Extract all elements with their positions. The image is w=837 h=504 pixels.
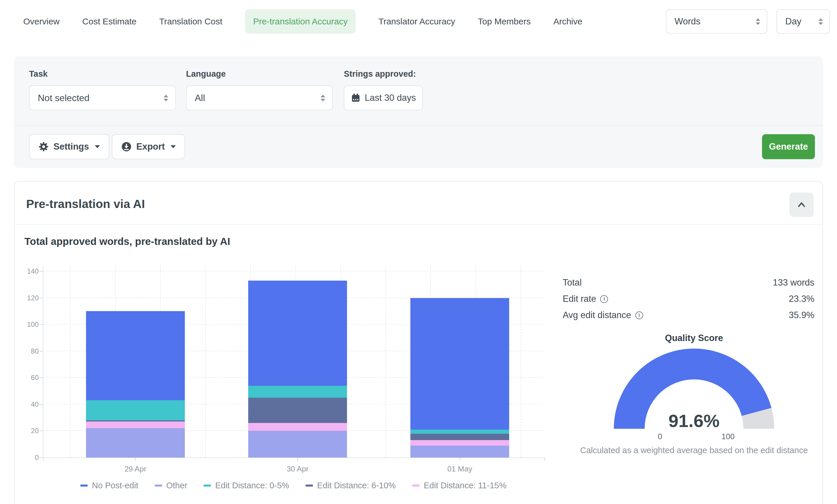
bar-segment-no-post-edit[interactable] bbox=[86, 311, 185, 400]
bar-segment-edit-distance-11-15[interactable] bbox=[410, 440, 509, 445]
task-label: Task bbox=[29, 69, 48, 79]
tab-archive[interactable]: Archive bbox=[553, 17, 583, 26]
bar-segment-edit-distance-11-15[interactable] bbox=[248, 423, 347, 431]
download-icon bbox=[121, 142, 132, 152]
settings-button-label: Settings bbox=[53, 142, 89, 152]
info-icon[interactable]: i bbox=[600, 295, 608, 303]
bar-segment-other[interactable] bbox=[248, 431, 347, 457]
quality-gauge: 91.6% 0 100 bbox=[614, 348, 774, 429]
unit-select[interactable]: Words bbox=[666, 9, 767, 34]
report-tabs-bar: OverviewCost EstimateTranslation CostPre… bbox=[0, 0, 837, 43]
export-button[interactable]: Export bbox=[112, 134, 185, 159]
legend-item-edit-distance-0-5[interactable]: Edit Distance: 0-5% bbox=[203, 481, 289, 490]
v-gridline bbox=[520, 266, 521, 457]
legend-label: Edit Distance: 11-15% bbox=[424, 481, 506, 490]
bar-segment-edit-distance-6-10[interactable] bbox=[248, 398, 347, 423]
bar-segment-no-post-edit[interactable] bbox=[410, 298, 509, 430]
bar-segment-edit-distance-0-5[interactable] bbox=[86, 400, 185, 420]
gauge-title: Quality Score bbox=[578, 333, 810, 343]
language-label: Language bbox=[186, 69, 226, 79]
gauge-caption: Calculated as a weighted average based o… bbox=[578, 446, 810, 455]
bar-segment-edit-distance-0-5[interactable] bbox=[248, 386, 347, 398]
bar-segment-other[interactable] bbox=[410, 446, 509, 457]
tab-translation-cost[interactable]: Translation Cost bbox=[159, 17, 222, 26]
panel-divider bbox=[14, 125, 823, 126]
strings-approved-label: Strings approved: bbox=[344, 69, 416, 79]
generate-button[interactable]: Generate bbox=[762, 134, 815, 159]
info-icon[interactable]: i bbox=[635, 311, 643, 319]
y-axis-label: 20 bbox=[24, 427, 39, 435]
gauge-max-label: 100 bbox=[721, 432, 734, 441]
y-axis-label: 40 bbox=[24, 400, 39, 409]
filters-panel: Task Language Strings approved: Not sele… bbox=[14, 56, 823, 168]
select-stepper-icon bbox=[818, 18, 823, 25]
stat-label: Avg edit distancei bbox=[563, 310, 643, 320]
x-axis-label: 30 Apr bbox=[287, 465, 308, 473]
tab-pre-translation-accuracy[interactable]: Pre-translation Accuracy bbox=[245, 9, 356, 34]
legend-item-no-post-edit[interactable]: No Post-edit bbox=[80, 481, 138, 490]
x-tick-mark bbox=[135, 457, 136, 461]
stat-row: Edit ratei23.3% bbox=[563, 294, 814, 304]
legend-item-edit-distance-11-15[interactable]: Edit Distance: 11-15% bbox=[412, 481, 506, 490]
tab-cost-estimate[interactable]: Cost Estimate bbox=[82, 17, 137, 26]
legend-label: No Post-edit bbox=[92, 481, 138, 490]
bar-segment-edit-distance-11-15[interactable] bbox=[86, 421, 185, 428]
period-select-value: Day bbox=[785, 16, 801, 27]
legend-swatch-icon bbox=[155, 485, 162, 487]
chart-legend: No Post-editOtherEdit Distance: 0-5%Edit… bbox=[43, 481, 544, 490]
select-stepper-icon bbox=[755, 18, 760, 25]
tab-overview[interactable]: Overview bbox=[23, 17, 59, 26]
legend-swatch-icon bbox=[305, 485, 313, 487]
settings-button[interactable]: Settings bbox=[29, 134, 109, 159]
y-tick-mark bbox=[39, 298, 43, 298]
card-header-divider bbox=[15, 224, 822, 225]
y-axis-label: 100 bbox=[24, 320, 39, 328]
x-axis-label: 29 Apr bbox=[124, 465, 146, 473]
collapse-button[interactable] bbox=[789, 193, 814, 217]
bar-30-apr[interactable] bbox=[248, 281, 347, 457]
card-title: Pre-translation via AI bbox=[26, 197, 145, 211]
h-gridline bbox=[43, 271, 545, 271]
gauge-min-label: 0 bbox=[658, 432, 662, 441]
y-tick-mark bbox=[39, 351, 43, 352]
y-tick-mark bbox=[39, 457, 43, 458]
pretranslation-card: Pre-translation via AI Total approved wo… bbox=[14, 181, 823, 504]
stat-label: Total bbox=[563, 277, 582, 288]
bar-segment-edit-distance-6-10[interactable] bbox=[410, 434, 509, 440]
stat-row: Total133 words bbox=[563, 277, 814, 288]
v-gridline bbox=[70, 266, 71, 457]
bar-segment-no-post-edit[interactable] bbox=[248, 281, 347, 386]
bar-29-apr[interactable] bbox=[86, 311, 185, 457]
period-select[interactable]: Day bbox=[777, 9, 830, 34]
stat-label: Edit ratei bbox=[563, 294, 608, 304]
stat-value: 35.9% bbox=[789, 310, 814, 320]
chevron-up-icon bbox=[797, 200, 806, 209]
chevron-down-icon bbox=[171, 145, 176, 148]
v-gridline bbox=[205, 266, 206, 457]
stat-row: Avg edit distancei35.9% bbox=[563, 310, 814, 320]
bar-segment-other[interactable] bbox=[86, 428, 185, 457]
gear-icon bbox=[38, 142, 49, 152]
tab-translator-accuracy[interactable]: Translator Accuracy bbox=[378, 17, 455, 26]
calendar-icon bbox=[351, 93, 361, 103]
bar-segment-edit-distance-0-5[interactable] bbox=[410, 430, 509, 434]
y-tick-mark bbox=[39, 271, 43, 272]
select-stepper-icon bbox=[321, 95, 325, 102]
unit-select-value: Words bbox=[675, 16, 700, 27]
y-tick-mark bbox=[39, 431, 43, 431]
y-tick-mark bbox=[39, 324, 43, 325]
bar-01-may[interactable] bbox=[410, 298, 509, 457]
v-gridline bbox=[385, 266, 386, 457]
y-axis-label: 60 bbox=[24, 374, 39, 382]
x-tick-mark bbox=[460, 457, 460, 461]
x-tick-mark bbox=[43, 457, 43, 461]
legend-item-edit-distance-6-10[interactable]: Edit Distance: 6-10% bbox=[305, 481, 396, 490]
legend-item-other[interactable]: Other bbox=[155, 481, 188, 490]
x-axis-label: 01 May bbox=[447, 465, 472, 473]
language-select[interactable]: All bbox=[186, 85, 333, 110]
x-tick-mark bbox=[297, 457, 298, 461]
stats-list: Total133 wordsEdit ratei23.3%Avg edit di… bbox=[563, 277, 814, 326]
task-select[interactable]: Not selected bbox=[29, 85, 176, 110]
tab-top-members[interactable]: Top Members bbox=[478, 17, 531, 26]
date-range-button[interactable]: Last 30 days bbox=[344, 85, 423, 110]
